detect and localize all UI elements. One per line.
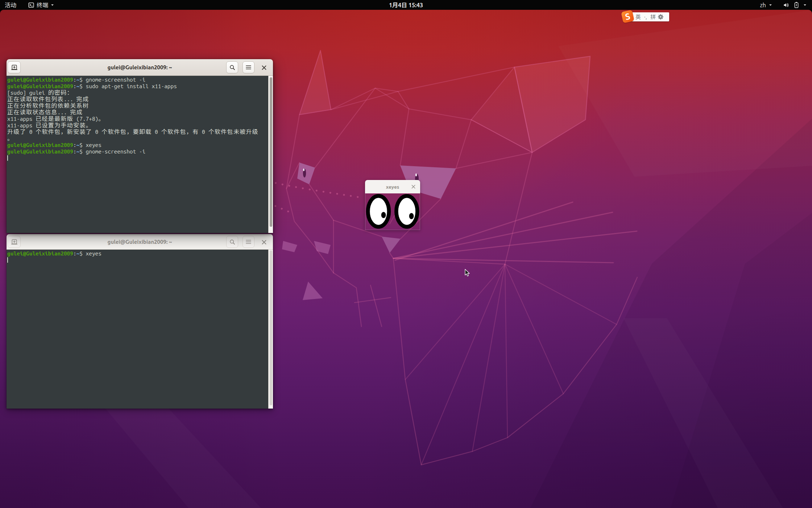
terminal-screen[interactable]: gulei@Guleixibian2009:~$ gnome-screensho… xyxy=(7,76,273,233)
desktop[interactable]: 英 ·, 拼 S gulei@Guleixibian2009: ~ xyxy=(0,10,812,508)
ime-punctuation-label[interactable]: ·, xyxy=(644,14,647,20)
close-button[interactable] xyxy=(409,183,417,190)
xeyes-titlebar[interactable]: xeyes xyxy=(365,180,420,193)
xeyes-left-eye xyxy=(368,196,389,227)
keyboard-layout-indicator[interactable]: zh xyxy=(760,0,772,10)
screen: 活动 终端 1月4日 15:43 zh xyxy=(0,0,812,508)
terminal-output: gulei@Guleixibian2009:~$ gnome-screensho… xyxy=(7,77,268,161)
terminal-line: 正在分析软件包的依赖关系树 xyxy=(7,103,268,109)
hamburger-menu-icon xyxy=(246,65,251,70)
system-menu-button[interactable] xyxy=(783,0,807,10)
app-menu-label: 终端 xyxy=(37,2,48,8)
ime-shape-label[interactable]: 拼 xyxy=(650,14,656,20)
terminal-line: 正在读取软件包列表... 完成 xyxy=(7,96,268,103)
terminal-window-bottom[interactable]: gulei@Guleixibian2009: ~ gulei@Guleixibi… xyxy=(7,234,273,409)
ime-logo[interactable]: S xyxy=(621,10,634,23)
chevron-down-icon xyxy=(769,4,772,6)
terminal-line: gulei@Guleixibian2009:~$ gnome-screensho… xyxy=(7,77,268,83)
xeyes-right-eye xyxy=(396,196,417,227)
ime-logo-letter: S xyxy=(624,11,631,22)
terminal-line: gulei@Guleixibian2009:~$ xeyes xyxy=(7,142,268,148)
clock-label: 1月4日 15:43 xyxy=(389,2,423,8)
terminal-line: gulei@Guleixibian2009:~$ sudo apt-get in… xyxy=(7,83,268,90)
close-icon xyxy=(262,240,266,245)
xeyes-canvas[interactable] xyxy=(365,193,420,230)
mouse-cursor xyxy=(465,269,470,277)
terminal-line: 。 xyxy=(7,135,268,142)
search-icon xyxy=(229,65,235,70)
ime-status-bar: 英 ·, 拼 xyxy=(630,12,669,21)
terminal-line: [sudo] gulei 的密码： xyxy=(7,90,268,96)
activities-button[interactable]: 活动 xyxy=(0,0,21,10)
search-button[interactable] xyxy=(226,61,238,73)
volume-icon xyxy=(783,2,790,8)
terminal-line xyxy=(7,257,268,263)
search-icon xyxy=(229,239,235,245)
window-title: xeyes xyxy=(386,184,399,190)
terminal-headerbar[interactable]: gulei@Guleixibian2009: ~ xyxy=(7,59,273,76)
hamburger-menu-icon xyxy=(246,239,251,244)
terminal-output: gulei@Guleixibian2009:~$ xeyes xyxy=(7,250,268,263)
scrollbar[interactable] xyxy=(268,250,273,409)
app-menu-button[interactable]: 终端 xyxy=(25,0,57,10)
xeyes-window[interactable]: xeyes xyxy=(365,180,420,230)
clock[interactable]: 1月4日 15:43 xyxy=(0,0,812,10)
close-icon xyxy=(262,65,266,70)
terminal-line: x11-apps 已设置为手动安装。 xyxy=(7,122,268,129)
battery-charging-icon xyxy=(794,2,799,8)
ime-mode-label[interactable]: 英 xyxy=(635,14,641,20)
menu-button[interactable] xyxy=(243,61,254,73)
scrollbar[interactable] xyxy=(268,76,273,233)
keyboard-layout-label: zh xyxy=(760,2,766,8)
terminal-line: 升级了 0 个软件包，新安装了 0 个软件包，要卸载 0 个软件包，有 0 个软… xyxy=(7,129,268,135)
terminal-screen[interactable]: gulei@Guleixibian2009:~$ xeyes xyxy=(7,250,273,409)
xeyes-eyes xyxy=(365,193,420,230)
chevron-down-icon xyxy=(803,4,807,6)
close-button[interactable] xyxy=(259,237,269,247)
activities-label: 活动 xyxy=(5,2,16,8)
scrollbar-thumb[interactable] xyxy=(270,77,272,227)
xeyes-right-pupil xyxy=(409,213,414,219)
scrollbar-thumb[interactable] xyxy=(270,250,272,405)
terminal-line: gulei@Guleixibian2009:~$ gnome-screensho… xyxy=(7,148,268,155)
terminal-app-icon xyxy=(28,2,34,8)
terminal-window-top[interactable]: gulei@Guleixibian2009: ~ gulei@Guleixibi… xyxy=(7,59,273,233)
chevron-down-icon xyxy=(51,4,54,6)
xeyes-left-pupil xyxy=(381,212,386,218)
search-button[interactable] xyxy=(226,236,238,248)
top-bar: 活动 终端 1月4日 15:43 zh xyxy=(0,0,812,10)
terminal-line xyxy=(7,155,268,161)
close-icon xyxy=(411,185,415,189)
terminal-line: x11-apps 已经是最新版 (7.7+8)。 xyxy=(7,116,268,122)
terminal-line: 正在读取状态信息... 完成 xyxy=(7,109,268,116)
gear-icon[interactable] xyxy=(658,14,663,20)
ime-indicator[interactable]: 英 ·, 拼 S xyxy=(622,12,670,23)
terminal-line: gulei@Guleixibian2009:~$ xeyes xyxy=(7,250,268,257)
terminal-headerbar[interactable]: gulei@Guleixibian2009: ~ xyxy=(7,234,273,250)
menu-button[interactable] xyxy=(243,236,254,248)
close-button[interactable] xyxy=(259,63,269,72)
